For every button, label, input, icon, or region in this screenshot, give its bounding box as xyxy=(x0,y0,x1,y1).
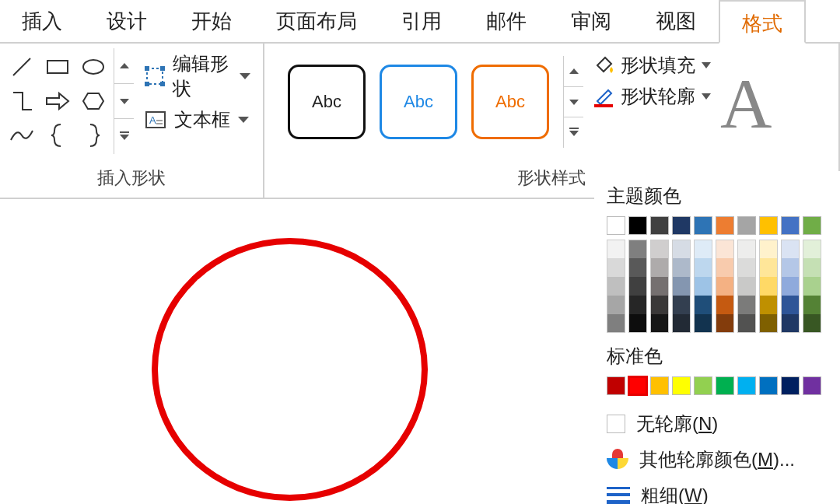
tab-format[interactable]: 格式 xyxy=(719,0,806,44)
color-swatch[interactable] xyxy=(628,314,647,333)
color-swatch[interactable] xyxy=(737,314,756,333)
color-swatch[interactable] xyxy=(694,258,712,277)
tab-mail[interactable]: 邮件 xyxy=(464,0,549,43)
color-swatch[interactable] xyxy=(759,216,778,235)
color-swatch[interactable] xyxy=(759,258,778,277)
shape-line-icon[interactable] xyxy=(6,51,37,82)
color-swatch[interactable] xyxy=(803,240,821,258)
color-swatch[interactable] xyxy=(628,216,647,235)
shape-fill-button[interactable]: 形状填充 xyxy=(593,53,711,78)
color-swatch[interactable] xyxy=(672,376,691,395)
more-outline-colors-item[interactable]: 其他轮廓颜色(M)... xyxy=(607,442,832,478)
color-swatch[interactable] xyxy=(737,296,756,314)
color-swatch[interactable] xyxy=(650,240,669,258)
shape-arrow-icon[interactable] xyxy=(42,86,73,117)
color-swatch[interactable] xyxy=(781,376,800,395)
shape-hexagon-icon[interactable] xyxy=(78,86,109,117)
color-swatch[interactable] xyxy=(803,314,821,333)
shape-brace-right-icon[interactable] xyxy=(78,120,109,151)
tab-layout[interactable]: 页面布局 xyxy=(254,0,380,43)
color-swatch[interactable] xyxy=(737,258,756,277)
color-swatch[interactable] xyxy=(716,296,734,314)
shape-elbow-icon[interactable] xyxy=(6,86,37,117)
color-swatch[interactable] xyxy=(781,314,800,333)
shape-style-3[interactable]: Abc xyxy=(471,65,549,139)
color-swatch[interactable] xyxy=(759,296,778,314)
color-swatch[interactable] xyxy=(694,296,712,314)
color-swatch[interactable] xyxy=(781,240,800,258)
color-swatch[interactable] xyxy=(694,277,712,296)
color-swatch[interactable] xyxy=(803,296,821,314)
style-scroll-down[interactable] xyxy=(564,87,583,118)
color-swatch[interactable] xyxy=(716,376,734,395)
shape-gallery[interactable] xyxy=(6,48,134,154)
color-swatch[interactable] xyxy=(759,240,778,258)
color-swatch[interactable] xyxy=(650,277,669,296)
shape-style-2[interactable]: Abc xyxy=(380,65,457,139)
color-swatch[interactable] xyxy=(607,216,625,235)
color-swatch[interactable] xyxy=(672,216,691,235)
text-box-button[interactable]: A 文本框 xyxy=(145,107,250,132)
color-swatch[interactable] xyxy=(803,258,821,277)
color-swatch[interactable] xyxy=(694,314,712,333)
gallery-scroll-up[interactable] xyxy=(114,48,134,84)
style-more[interactable] xyxy=(564,117,583,148)
color-swatch[interactable] xyxy=(694,216,712,235)
color-swatch[interactable] xyxy=(716,277,734,296)
color-swatch[interactable] xyxy=(737,216,756,235)
tab-home[interactable]: 开始 xyxy=(170,0,254,43)
shape-rect-icon[interactable] xyxy=(42,51,73,82)
shape-brace-left-icon[interactable] xyxy=(42,120,73,151)
color-swatch[interactable] xyxy=(716,240,734,258)
edit-shape-button[interactable]: 编辑形状 xyxy=(145,51,250,101)
outline-weight-item[interactable]: 粗细(W) xyxy=(607,478,832,504)
gallery-scroll-down[interactable] xyxy=(114,84,134,120)
color-swatch[interactable] xyxy=(607,296,625,314)
color-swatch[interactable] xyxy=(759,376,778,395)
color-swatch[interactable] xyxy=(607,277,625,296)
color-swatch[interactable] xyxy=(781,258,800,277)
color-swatch[interactable] xyxy=(672,296,691,314)
color-swatch[interactable] xyxy=(737,277,756,296)
color-swatch[interactable] xyxy=(781,216,800,235)
color-swatch[interactable] xyxy=(803,216,821,235)
wordart-style-button[interactable]: A xyxy=(716,48,782,145)
gallery-more[interactable] xyxy=(114,119,134,154)
color-swatch[interactable] xyxy=(672,258,691,277)
color-swatch[interactable] xyxy=(694,240,712,258)
color-swatch[interactable] xyxy=(650,216,669,235)
color-swatch[interactable] xyxy=(607,314,625,333)
color-swatch[interactable] xyxy=(716,314,734,333)
color-swatch[interactable] xyxy=(781,277,800,296)
color-swatch[interactable] xyxy=(607,376,625,395)
color-swatch[interactable] xyxy=(803,376,821,395)
color-swatch[interactable] xyxy=(650,258,669,277)
tab-review[interactable]: 审阅 xyxy=(549,0,634,43)
tab-view[interactable]: 视图 xyxy=(634,0,719,43)
no-outline-item[interactable]: 无轮廓(N) xyxy=(607,406,832,442)
color-swatch[interactable] xyxy=(628,277,647,296)
color-swatch[interactable] xyxy=(694,376,712,395)
selected-circle-shape[interactable] xyxy=(152,238,428,501)
color-swatch[interactable] xyxy=(716,258,734,277)
color-swatch[interactable] xyxy=(672,277,691,296)
color-swatch[interactable] xyxy=(628,376,647,395)
color-swatch[interactable] xyxy=(607,258,625,277)
color-swatch[interactable] xyxy=(628,258,647,277)
tab-design[interactable]: 设计 xyxy=(85,0,170,43)
color-swatch[interactable] xyxy=(650,314,669,333)
color-swatch[interactable] xyxy=(628,240,647,258)
shape-curve-icon[interactable] xyxy=(6,120,37,151)
color-swatch[interactable] xyxy=(628,296,647,314)
color-swatch[interactable] xyxy=(607,240,625,258)
color-swatch[interactable] xyxy=(650,376,669,395)
color-swatch[interactable] xyxy=(803,277,821,296)
shape-outline-button[interactable]: 形状轮廓 xyxy=(593,84,711,109)
style-scroll-up[interactable] xyxy=(564,56,583,87)
color-swatch[interactable] xyxy=(672,314,691,333)
color-swatch[interactable] xyxy=(759,314,778,333)
shape-ellipse-icon[interactable] xyxy=(78,51,109,82)
style-gallery-spinner[interactable] xyxy=(563,56,583,148)
color-swatch[interactable] xyxy=(716,216,734,235)
tab-insert[interactable]: 插入 xyxy=(0,0,85,43)
